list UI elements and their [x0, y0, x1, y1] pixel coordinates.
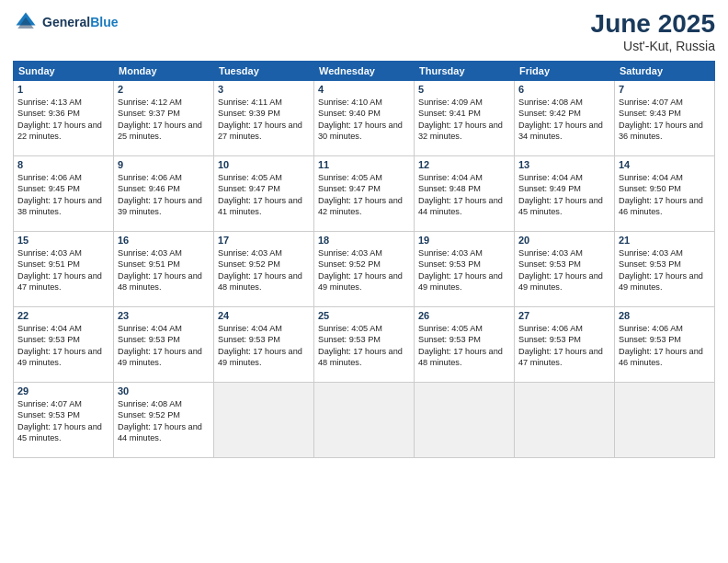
day-number: 6	[518, 84, 610, 95]
table-row: 5Sunrise: 4:09 AMSunset: 9:41 PMDaylight…	[415, 81, 515, 156]
day-number: 29	[17, 385, 109, 396]
table-row: 18Sunrise: 4:03 AMSunset: 9:52 PMDayligh…	[314, 232, 415, 307]
table-row: 7Sunrise: 4:07 AMSunset: 9:43 PMDaylight…	[615, 81, 715, 156]
cell-info: Sunrise: 4:06 AMSunset: 9:53 PMDaylight:…	[619, 324, 703, 367]
day-number: 13	[518, 159, 610, 170]
table-row: 17Sunrise: 4:03 AMSunset: 9:52 PMDayligh…	[214, 232, 314, 307]
calendar-row: 22Sunrise: 4:04 AMSunset: 9:53 PMDayligh…	[14, 307, 715, 383]
day-number: 1	[17, 84, 109, 95]
calendar-row: 1Sunrise: 4:13 AMSunset: 9:36 PMDaylight…	[14, 81, 715, 156]
day-number: 25	[318, 310, 410, 321]
table-row: 6Sunrise: 4:08 AMSunset: 9:42 PMDaylight…	[515, 81, 615, 156]
table-row	[615, 383, 715, 458]
day-number: 23	[118, 310, 210, 321]
day-number: 28	[619, 310, 711, 321]
table-row: 14Sunrise: 4:04 AMSunset: 9:50 PMDayligh…	[615, 156, 715, 232]
day-number: 26	[418, 310, 510, 321]
table-row: 29Sunrise: 4:07 AMSunset: 9:53 PMDayligh…	[14, 383, 114, 458]
cell-info: Sunrise: 4:11 AMSunset: 9:39 PMDaylight:…	[218, 98, 302, 141]
day-number: 8	[17, 159, 109, 170]
cell-info: Sunrise: 4:04 AMSunset: 9:50 PMDaylight:…	[619, 173, 703, 216]
table-row: 2Sunrise: 4:12 AMSunset: 9:37 PMDaylight…	[114, 81, 214, 156]
cell-info: Sunrise: 4:03 AMSunset: 9:51 PMDaylight:…	[118, 248, 202, 292]
table-row: 4Sunrise: 4:10 AMSunset: 9:40 PMDaylight…	[314, 81, 415, 156]
location: Ust'-Kut, Russia	[591, 39, 715, 53]
cell-info: Sunrise: 4:04 AMSunset: 9:48 PMDaylight:…	[418, 173, 503, 216]
table-row	[415, 383, 515, 458]
table-row: 21Sunrise: 4:03 AMSunset: 9:53 PMDayligh…	[615, 232, 715, 307]
header: GeneralBlue June 2025 Ust'-Kut, Russia	[13, 9, 715, 53]
table-row	[515, 383, 615, 458]
day-number: 5	[418, 84, 510, 95]
table-row: 3Sunrise: 4:11 AMSunset: 9:39 PMDaylight…	[214, 81, 314, 156]
table-row: 9Sunrise: 4:06 AMSunset: 9:46 PMDaylight…	[114, 156, 214, 232]
day-number: 3	[218, 84, 310, 95]
cell-info: Sunrise: 4:05 AMSunset: 9:53 PMDaylight:…	[418, 324, 503, 367]
day-number: 14	[619, 159, 711, 170]
cell-info: Sunrise: 4:03 AMSunset: 9:52 PMDaylight:…	[318, 248, 403, 292]
day-number: 10	[218, 159, 310, 170]
col-wednesday: Wednesday	[314, 62, 415, 81]
cell-info: Sunrise: 4:03 AMSunset: 9:53 PMDaylight:…	[418, 248, 503, 292]
day-number: 27	[518, 310, 610, 321]
day-number: 21	[619, 235, 711, 246]
logo: GeneralBlue	[13, 9, 118, 35]
table-row: 19Sunrise: 4:03 AMSunset: 9:53 PMDayligh…	[415, 232, 515, 307]
day-number: 7	[619, 84, 711, 95]
col-friday: Friday	[515, 62, 615, 81]
cell-info: Sunrise: 4:07 AMSunset: 9:43 PMDaylight:…	[619, 98, 703, 141]
day-number: 12	[418, 159, 510, 170]
table-row: 23Sunrise: 4:04 AMSunset: 9:53 PMDayligh…	[114, 307, 214, 383]
cell-info: Sunrise: 4:06 AMSunset: 9:53 PMDaylight:…	[518, 324, 603, 367]
calendar-row: 29Sunrise: 4:07 AMSunset: 9:53 PMDayligh…	[14, 383, 715, 458]
table-row	[214, 383, 314, 458]
logo-icon	[13, 9, 39, 35]
cell-info: Sunrise: 4:05 AMSunset: 9:53 PMDaylight:…	[318, 324, 403, 367]
calendar-header-row: Sunday Monday Tuesday Wednesday Thursday…	[14, 62, 715, 81]
table-row: 24Sunrise: 4:04 AMSunset: 9:53 PMDayligh…	[214, 307, 314, 383]
cell-info: Sunrise: 4:08 AMSunset: 9:42 PMDaylight:…	[518, 98, 603, 141]
table-row: 10Sunrise: 4:05 AMSunset: 9:47 PMDayligh…	[214, 156, 314, 232]
table-row: 27Sunrise: 4:06 AMSunset: 9:53 PMDayligh…	[515, 307, 615, 383]
table-row: 26Sunrise: 4:05 AMSunset: 9:53 PMDayligh…	[415, 307, 515, 383]
table-row: 8Sunrise: 4:06 AMSunset: 9:45 PMDaylight…	[14, 156, 114, 232]
logo-text: GeneralBlue	[42, 15, 118, 29]
cell-info: Sunrise: 4:10 AMSunset: 9:40 PMDaylight:…	[318, 98, 403, 141]
day-number: 11	[318, 159, 410, 170]
cell-info: Sunrise: 4:04 AMSunset: 9:53 PMDaylight:…	[118, 324, 202, 367]
col-thursday: Thursday	[415, 62, 515, 81]
table-row: 28Sunrise: 4:06 AMSunset: 9:53 PMDayligh…	[615, 307, 715, 383]
cell-info: Sunrise: 4:03 AMSunset: 9:51 PMDaylight:…	[17, 248, 102, 292]
cell-info: Sunrise: 4:05 AMSunset: 9:47 PMDaylight:…	[318, 173, 403, 216]
day-number: 15	[17, 235, 109, 246]
day-number: 22	[17, 310, 109, 321]
day-number: 16	[118, 235, 210, 246]
cell-info: Sunrise: 4:03 AMSunset: 9:52 PMDaylight:…	[218, 248, 302, 292]
cell-info: Sunrise: 4:04 AMSunset: 9:53 PMDaylight:…	[17, 324, 102, 367]
table-row: 16Sunrise: 4:03 AMSunset: 9:51 PMDayligh…	[114, 232, 214, 307]
day-number: 30	[118, 385, 210, 396]
day-number: 9	[118, 159, 210, 170]
table-row: 20Sunrise: 4:03 AMSunset: 9:53 PMDayligh…	[515, 232, 615, 307]
day-number: 19	[418, 235, 510, 246]
day-number: 20	[518, 235, 610, 246]
cell-info: Sunrise: 4:13 AMSunset: 9:36 PMDaylight:…	[17, 98, 102, 141]
col-monday: Monday	[114, 62, 214, 81]
table-row: 13Sunrise: 4:04 AMSunset: 9:49 PMDayligh…	[515, 156, 615, 232]
cell-info: Sunrise: 4:06 AMSunset: 9:45 PMDaylight:…	[17, 173, 102, 216]
day-number: 2	[118, 84, 210, 95]
cell-info: Sunrise: 4:12 AMSunset: 9:37 PMDaylight:…	[118, 98, 202, 141]
title-block: June 2025 Ust'-Kut, Russia	[591, 9, 715, 53]
cell-info: Sunrise: 4:03 AMSunset: 9:53 PMDaylight:…	[619, 248, 703, 292]
day-number: 18	[318, 235, 410, 246]
table-row: 1Sunrise: 4:13 AMSunset: 9:36 PMDaylight…	[14, 81, 114, 156]
cell-info: Sunrise: 4:07 AMSunset: 9:53 PMDaylight:…	[17, 399, 102, 442]
cell-info: Sunrise: 4:04 AMSunset: 9:53 PMDaylight:…	[218, 324, 302, 367]
table-row: 15Sunrise: 4:03 AMSunset: 9:51 PMDayligh…	[14, 232, 114, 307]
col-saturday: Saturday	[615, 62, 715, 81]
day-number: 17	[218, 235, 310, 246]
table-row: 30Sunrise: 4:08 AMSunset: 9:52 PMDayligh…	[114, 383, 214, 458]
page: GeneralBlue June 2025 Ust'-Kut, Russia S…	[0, 0, 728, 563]
cell-info: Sunrise: 4:05 AMSunset: 9:47 PMDaylight:…	[218, 173, 302, 216]
table-row: 25Sunrise: 4:05 AMSunset: 9:53 PMDayligh…	[314, 307, 415, 383]
